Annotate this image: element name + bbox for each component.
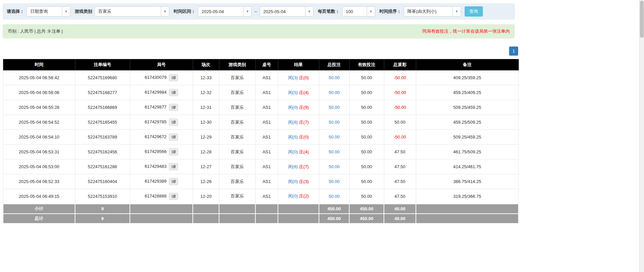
column-header: 结果: [278, 59, 319, 70]
cell-result: 闲(0) 庄(9): [278, 100, 319, 115]
date-range-separator: ~: [254, 9, 257, 14]
date-to-dropdown[interactable]: 2025-05-04 ▼: [260, 6, 314, 17]
cell-round-id: 617428888: [130, 189, 193, 204]
total-bet-link[interactable]: 50.00: [329, 134, 340, 140]
cell-table-no: AS1: [255, 115, 278, 130]
cell-total-bet: 50.00: [319, 189, 349, 204]
cards-icon-glyph: [171, 90, 176, 95]
date-from-dropdown[interactable]: 2025-05-04 ▼: [198, 6, 252, 17]
cell-session: 12-30: [193, 115, 219, 130]
scrollbar-thumb[interactable]: [640, 1, 644, 38]
currency-total-summary: 币别 : 人民币 | 总共 :9 注单 |: [8, 28, 63, 34]
cell-remark: 366.75/414.25: [416, 174, 518, 189]
column-header: 场次: [193, 59, 219, 70]
per-page-dropdown[interactable]: 100 ▼: [342, 6, 375, 17]
cell-remark: 409.25/359.25: [416, 70, 518, 85]
page-button-1[interactable]: 1: [509, 47, 518, 56]
table-row: 2025-05-04 06:55:28522475166869617429877…: [3, 100, 518, 115]
cards-icon[interactable]: [169, 178, 178, 185]
total-bet-link[interactable]: 50.00: [329, 75, 340, 80]
cell-payout: 47.50: [384, 189, 416, 204]
cards-icon[interactable]: [169, 74, 178, 81]
cards-icon-glyph: [171, 75, 176, 80]
vertical-scrollbar[interactable]: [639, 0, 644, 272]
subtotal-empty-cell: [219, 204, 255, 214]
cell-result: 闲(8) 庄(7): [278, 115, 319, 130]
cell-bet-id: 522475165455: [75, 115, 130, 130]
total-empty-cell: [193, 214, 219, 223]
chevron-down-icon: ▼: [62, 7, 70, 16]
total-bet-link[interactable]: 50.00: [329, 164, 340, 169]
cell-valid-bet: 50.00: [349, 159, 384, 174]
result-player: 闲(0): [288, 105, 298, 110]
cell-session: 12-27: [193, 159, 219, 174]
query-button[interactable]: 查询: [465, 6, 483, 17]
cards-icon[interactable]: [169, 119, 178, 126]
result-player: 闲(6): [288, 164, 298, 169]
game-category-dropdown[interactable]: 百家乐 ▼: [95, 6, 169, 17]
total-empty-cell: [130, 214, 193, 223]
total-bet-link[interactable]: 50.00: [329, 179, 340, 184]
subtotal-count: 9: [75, 204, 130, 214]
total-bet-link[interactable]: 50.00: [329, 90, 340, 95]
total-bet-link[interactable]: 50.00: [329, 105, 340, 110]
cards-icon[interactable]: [169, 133, 178, 141]
cell-time: 2025-05-04 06:56:06: [3, 85, 75, 100]
table-row: 2025-05-04 06:56:42522475169680617430079…: [3, 70, 518, 85]
cards-icon[interactable]: [169, 104, 178, 111]
cell-time: 2025-05-04 06:53:31: [3, 145, 75, 159]
cell-game-type: 百家乐: [219, 115, 255, 130]
cell-table-no: AS1: [255, 145, 278, 159]
cell-table-no: AS1: [255, 130, 278, 145]
cell-total-bet: 50.00: [319, 115, 349, 130]
cell-time: 2025-05-04 06:49:15: [3, 189, 75, 204]
per-page-value: 100: [343, 7, 367, 16]
filter-bar: 请选择： 日期查询 ▼ 游戏类别 百家乐 ▼ 时间区间： 2025-05-04 …: [3, 3, 515, 20]
chevron-down-icon: ▼: [305, 7, 313, 16]
query-type-label: 请选择：: [7, 8, 24, 14]
cards-icon-glyph: [171, 164, 176, 169]
cell-table-no: AS1: [255, 70, 278, 85]
total-bet-link[interactable]: 50.00: [329, 194, 340, 199]
cell-session: 12-26: [193, 174, 219, 189]
cell-result: 闲(6) 庄(7): [278, 159, 319, 174]
cell-total-bet: 50.00: [319, 159, 349, 174]
total-label: 总计: [3, 214, 75, 223]
total-bet-link[interactable]: 50.00: [329, 149, 340, 154]
cell-total-bet: 50.00: [319, 85, 349, 100]
cell-result: 闲(0) 庄(2): [278, 189, 319, 204]
cell-table-no: AS1: [255, 174, 278, 189]
round-id-text: 617429672: [145, 134, 167, 139]
result-banker: 庄(4): [299, 149, 309, 154]
result-player: 闲(5): [288, 134, 298, 140]
table-row: 2025-05-04 06:53:00522475161286617429483…: [3, 159, 518, 174]
table-row: 2025-05-04 06:54:52522475165455617429785…: [3, 115, 518, 130]
subtotal-empty-cell: [416, 204, 518, 214]
time-sort-dropdown[interactable]: 降幂(由大到小) ▼: [404, 6, 461, 17]
cell-result: 闲(0) 庄(4): [278, 145, 319, 159]
cell-round-id: 617429785: [130, 115, 193, 130]
cell-table-no: AS1: [255, 85, 278, 100]
result-banker: 庄(7): [299, 164, 309, 169]
cell-total-bet: 50.00: [319, 174, 349, 189]
column-header: 总派彩: [384, 59, 416, 70]
cell-valid-bet: 50.00: [349, 145, 384, 159]
result-player: 闲(0): [288, 179, 298, 184]
query-type-dropdown[interactable]: 日期查询 ▼: [27, 6, 70, 17]
total-bet-link[interactable]: 50.00: [329, 120, 340, 125]
total-row: 总计 9 450.00 450.00 40.00: [3, 214, 518, 223]
cell-remark: 459.25/509.25: [416, 115, 518, 130]
cell-round-id: 617429483: [130, 159, 193, 174]
cards-icon[interactable]: [169, 163, 178, 170]
table-row: 2025-05-04 06:56:06522475168277617429984…: [3, 85, 518, 100]
result-player: 闲(3): [288, 75, 298, 80]
result-banker: 庄(7): [299, 120, 309, 125]
cell-round-id: 617429389: [130, 174, 193, 189]
column-header: 时间: [3, 59, 75, 70]
cards-icon[interactable]: [169, 148, 178, 155]
cards-icon[interactable]: [169, 89, 178, 96]
cell-round-id: 617429672: [130, 130, 193, 145]
subtotal-payout: 40.00: [384, 204, 416, 214]
total-empty-cell: [255, 214, 278, 223]
cards-icon[interactable]: [169, 193, 178, 200]
